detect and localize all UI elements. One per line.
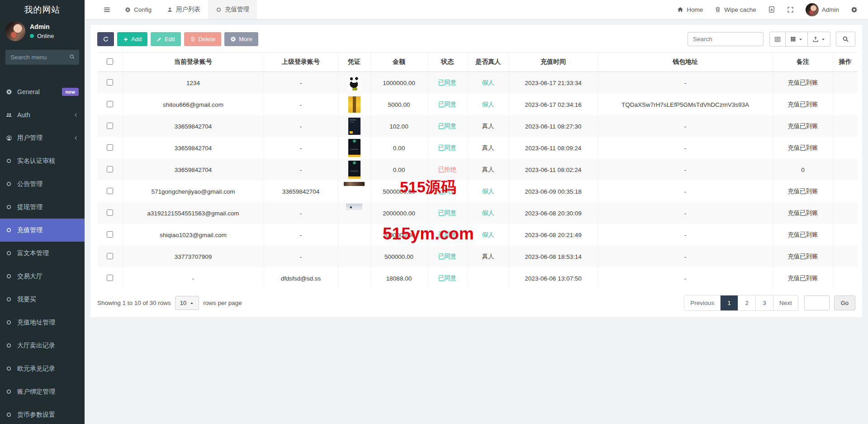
table-row[interactable]: 33659842704 - 0.00 已同意 真人 2023-06-11 08:…	[97, 137, 858, 159]
chevron-left-icon	[73, 112, 79, 118]
sidebar-search-input[interactable]	[5, 50, 79, 65]
sidebar-item-账户绑定管理[interactable]: 账户绑定管理	[0, 380, 85, 403]
advanced-search-button[interactable]	[836, 32, 855, 47]
dark-screenshot-image[interactable]	[348, 118, 360, 135]
menu-toggle-icon[interactable]	[96, 0, 117, 19]
sidebar-item-label: 账户绑定管理	[17, 388, 55, 396]
sidebar-item-用户管理[interactable]: 用户管理	[0, 126, 85, 149]
table-row[interactable]: 33659842704 - 0.00 已拒绝 真人 2023-06-11 08:…	[97, 159, 858, 181]
goto-page-input[interactable]	[804, 295, 830, 310]
sidebar-item-欧元承兑记录[interactable]: 欧元承兑记录	[0, 357, 85, 380]
table-row[interactable]: 1234 - 1000000.00 已同意 假人 2023-06-17 21:3…	[97, 72, 858, 94]
gear-icon	[125, 7, 131, 13]
cell-operate	[833, 94, 858, 115]
cell-is-real: 假人	[467, 202, 509, 224]
sidebar-item-label: 实名认证审核	[17, 157, 55, 165]
row-checkbox[interactable]	[107, 231, 113, 238]
cell-time: 2023-06-06 13:07:50	[509, 267, 598, 289]
sidebar-item-提现管理[interactable]: 提现管理	[0, 195, 85, 219]
gold-card-image[interactable]	[348, 96, 360, 113]
row-checkbox[interactable]	[107, 275, 113, 281]
columns-button[interactable]	[785, 32, 808, 47]
dark-wallet-image[interactable]	[348, 139, 360, 157]
column-header-状态: 状态	[427, 52, 467, 72]
search-icon	[842, 36, 849, 43]
edit-button[interactable]: Edit	[151, 32, 180, 46]
topbar-tabs: Config 用户列表 充值管理	[117, 0, 257, 19]
select-all-checkbox[interactable]	[107, 58, 113, 65]
table-row[interactable]: shiqiao1023@gmail.com - 2000000.00 已同意 假…	[97, 224, 858, 246]
sidebar-item-交易大厅[interactable]: 交易大厅	[0, 265, 85, 288]
tab-充值管理[interactable]: 充值管理	[208, 0, 257, 19]
cell-status: 已拒绝	[427, 159, 467, 181]
cell-wallet: -	[598, 224, 773, 246]
table-row[interactable]: shitou666@gmail.com - 5000.00 已同意 假人 202…	[97, 94, 858, 115]
page-button-1[interactable]: 1	[720, 295, 738, 310]
detail-view-button[interactable]	[769, 32, 786, 47]
cell-status: 已同意	[427, 267, 467, 289]
sidebar-item-Auth[interactable]: Auth	[0, 103, 85, 126]
refresh-button[interactable]	[97, 32, 114, 46]
dark-wallet-image[interactable]	[348, 161, 360, 179]
cell-remark: 充值已到账	[773, 94, 833, 115]
page-button-2[interactable]: 2	[738, 295, 755, 310]
go-button[interactable]: Go	[834, 295, 855, 310]
sidebar-item-充值管理[interactable]: 充值管理	[0, 219, 85, 242]
cell-amount: 2000000.00	[370, 202, 427, 224]
table-row[interactable]: 33659842704 - 102.00 已同意 真人 2023-06-11 0…	[97, 115, 858, 137]
topbar: Config 用户列表 充值管理 Home Wipe cache A Admin	[85, 0, 868, 19]
column-header-操作: 操作	[833, 52, 858, 72]
cell-voucher	[338, 267, 370, 289]
sidebar-item-label: 欧元承兑记录	[17, 365, 55, 373]
cell-time: 2023-06-08 20:21:49	[509, 224, 598, 246]
table-search-input[interactable]	[688, 32, 764, 46]
row-checkbox[interactable]	[107, 144, 113, 151]
fullscreen-button[interactable]	[781, 0, 800, 19]
cell-is-real: 真人	[467, 137, 509, 159]
page-button-3[interactable]: 3	[755, 295, 773, 310]
table-row[interactable]: 571gongchenjiyao@gmail.com 33659842704 5…	[97, 181, 858, 202]
sidebar-item-我要买[interactable]: 我要买	[0, 288, 85, 311]
sidebar-item-大厅卖出记录[interactable]: 大厅卖出记录	[0, 334, 85, 357]
page-size-dropdown[interactable]: 10	[175, 296, 199, 310]
tab-Config[interactable]: Config	[117, 0, 159, 19]
cell-parent-account: dfdsfsd@sd.ss	[264, 267, 338, 289]
export-button[interactable]	[807, 32, 830, 47]
table-row[interactable]: - dfdsfsd@sd.ss 18088.00 已同意 2023-06-06 …	[97, 267, 858, 289]
brown-strip-image[interactable]	[344, 182, 365, 186]
row-checkbox[interactable]	[107, 166, 113, 172]
sidebar-item-充值地址管理[interactable]: 充值地址管理	[0, 311, 85, 334]
home-button[interactable]: Home	[671, 0, 709, 19]
cell-voucher	[338, 202, 370, 224]
previous-page-button[interactable]: Previous	[684, 295, 720, 310]
more-button[interactable]: More	[224, 32, 258, 46]
add-button[interactable]: Add	[117, 32, 147, 46]
cell-account: -	[123, 267, 264, 289]
table-row[interactable]: a3192121554551563@gmail.com - 2000000.00…	[97, 202, 858, 224]
sidebar-item-实名认证审核[interactable]: 实名认证审核	[0, 149, 85, 172]
table-row[interactable]: 33773707909 - 500000.00 已同意 真人 2023-06-0…	[97, 246, 858, 267]
cell-amount: 0.00	[370, 159, 427, 181]
row-checkbox[interactable]	[107, 79, 113, 86]
row-checkbox[interactable]	[107, 101, 113, 107]
language-button[interactable]: A	[762, 0, 781, 19]
delete-button[interactable]: Delete	[184, 32, 222, 46]
row-checkbox[interactable]	[107, 188, 113, 194]
column-header-备注: 备注	[773, 52, 833, 72]
row-checkbox[interactable]	[107, 253, 113, 259]
row-checkbox[interactable]	[107, 210, 113, 216]
next-page-button[interactable]: Next	[773, 295, 798, 310]
wipe-cache-button[interactable]: Wipe cache	[709, 0, 762, 19]
gray-thumb-image[interactable]	[346, 204, 362, 210]
tab-用户列表[interactable]: 用户列表	[159, 0, 208, 19]
sidebar-item-富文本管理[interactable]: 富文本管理	[0, 242, 85, 265]
cell-status: 已同意	[427, 94, 467, 115]
panda-image[interactable]	[347, 76, 361, 91]
settings-button[interactable]	[845, 0, 863, 19]
sidebar-item-公告管理[interactable]: 公告管理	[0, 172, 85, 195]
row-checkbox[interactable]	[107, 123, 113, 129]
sidebar-item-货币参数设置[interactable]: 货币参数设置	[0, 403, 85, 424]
cell-wallet: TQDaXSw7rH7sLEfP5GMsTdVhDCzmV3s93A	[598, 94, 773, 115]
admin-menu[interactable]: Admin	[800, 0, 845, 19]
sidebar-item-General[interactable]: General new	[0, 80, 85, 103]
